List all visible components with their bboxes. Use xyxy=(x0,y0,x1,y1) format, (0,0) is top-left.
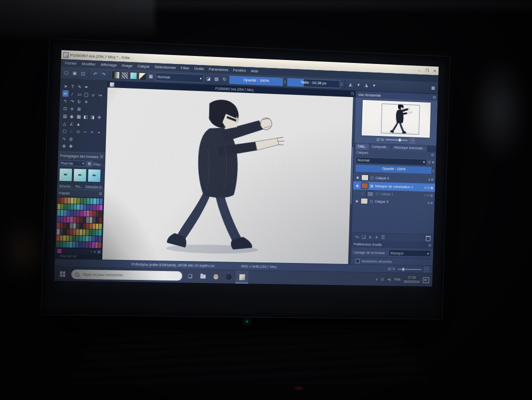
menu-modifier[interactable]: Modifier xyxy=(79,62,98,67)
brush-preset-thumb[interactable]: ✒ xyxy=(59,168,73,182)
taskbar-search[interactable] xyxy=(71,270,182,280)
palette-swatch[interactable] xyxy=(95,242,98,248)
mask-edit-icon[interactable]: ▣ xyxy=(430,194,433,198)
tool-ellipse-select[interactable]: ◌ xyxy=(68,128,74,134)
palette-swatch[interactable] xyxy=(96,217,99,223)
tool-similar-select[interactable]: ≈ xyxy=(89,128,95,135)
palette-swatch[interactable] xyxy=(92,230,95,236)
palette-swatch[interactable] xyxy=(66,242,69,248)
palette-swatch[interactable] xyxy=(60,235,63,241)
duplicate-layer-button[interactable]: ❏ xyxy=(362,234,366,240)
palette-swatch[interactable] xyxy=(79,236,82,242)
tool-multibrush[interactable]: ✳ xyxy=(83,98,89,105)
add-swatch-icon[interactable]: + xyxy=(90,250,92,254)
palette-swatch[interactable] xyxy=(83,210,86,216)
palette-swatch[interactable] xyxy=(90,210,93,216)
palette-swatch[interactable] xyxy=(67,204,70,210)
palette-swatch[interactable] xyxy=(64,204,67,210)
palette-swatch[interactable] xyxy=(92,224,95,230)
palette-folder-icon[interactable]: ▤ xyxy=(97,250,101,254)
tool-freehand-path[interactable]: ↷ xyxy=(69,98,75,104)
tool-contiguous-select[interactable]: ◎ xyxy=(68,135,74,142)
tool-gradient[interactable]: ▤ xyxy=(62,112,68,119)
palette-swatch[interactable] xyxy=(86,223,89,229)
tab-calques[interactable]: Calq... xyxy=(355,144,369,150)
tool-ellipse[interactable]: ◯ xyxy=(83,91,89,98)
palette-swatch[interactable] xyxy=(60,210,63,216)
palette-swatch[interactable] xyxy=(76,236,79,242)
start-button[interactable] xyxy=(55,267,70,280)
palette-swatch[interactable] xyxy=(89,224,92,230)
tool-polygon-select[interactable]: ◇ xyxy=(75,128,81,134)
tool-freehand-brush[interactable]: ✏ xyxy=(62,90,68,96)
palette-swatch[interactable] xyxy=(57,198,60,204)
tool-bezier-select[interactable]: ∿ xyxy=(61,135,67,142)
palette-swatch[interactable] xyxy=(57,216,60,222)
menu-outils[interactable]: Outils xyxy=(192,66,206,71)
delete-layer-button[interactable] xyxy=(426,236,430,241)
palette-swatch[interactable] xyxy=(90,204,93,210)
palette-swatch[interactable] xyxy=(89,236,92,242)
menu-image[interactable]: Image xyxy=(119,63,135,68)
brush-preset-chooser[interactable] xyxy=(130,72,137,79)
size-slider[interactable]: Taille : 10,36 px xyxy=(287,78,340,88)
menu-parametres[interactable]: Paramètres xyxy=(206,67,231,72)
reload-preset-icon[interactable]: ↻ xyxy=(221,76,228,83)
opacity-slider[interactable]: Opacité : 100% xyxy=(229,76,283,86)
palette-swatch[interactable] xyxy=(83,198,86,204)
tool-fill[interactable]: ◧ xyxy=(82,114,88,120)
palette-swatch[interactable] xyxy=(98,236,101,242)
palette-swatch[interactable] xyxy=(80,204,83,210)
palette-swatch[interactable] xyxy=(93,211,96,217)
tool-calligraphy[interactable]: ✒ xyxy=(83,84,89,90)
inherit-alpha-icon[interactable]: α xyxy=(429,178,431,182)
file-explorer-button[interactable] xyxy=(197,270,209,283)
palette-swatch[interactable] xyxy=(93,217,96,223)
palette-swatch[interactable] xyxy=(80,198,83,204)
lock-icon[interactable]: ⊘ xyxy=(431,178,434,182)
inherit-alpha-icon[interactable]: α xyxy=(428,201,430,205)
palette-swatch[interactable] xyxy=(70,198,73,204)
palette-swatch[interactable] xyxy=(67,216,70,222)
network-icon[interactable]: ⊡ xyxy=(381,278,384,282)
overview-thumbnail[interactable] xyxy=(362,100,431,138)
palette-swatch[interactable] xyxy=(83,204,86,210)
palette-swatch[interactable] xyxy=(73,216,76,222)
undo-icon[interactable]: ↶ xyxy=(92,70,99,78)
palette-swatch[interactable] xyxy=(85,236,88,242)
move-layer-up-button[interactable]: ∧ xyxy=(375,234,378,240)
visibility-eye-icon[interactable]: ○ xyxy=(360,192,365,195)
palette-swatch[interactable] xyxy=(63,236,66,242)
palette-swatch[interactable] xyxy=(80,217,83,223)
palette-swatch[interactable] xyxy=(87,198,90,204)
minimize-button[interactable]: – xyxy=(416,66,424,74)
close-button[interactable]: ✕ xyxy=(431,67,439,76)
palette-swatch[interactable] xyxy=(69,229,72,235)
color-chooser[interactable] xyxy=(138,72,146,80)
tray-expand-icon[interactable]: ∧ xyxy=(376,277,378,281)
selected-swatch[interactable] xyxy=(56,248,62,254)
menu-fichier[interactable]: Fichier xyxy=(62,60,79,66)
palette-swatch[interactable] xyxy=(83,223,86,229)
chevron-down-icon[interactable]: ▾ xyxy=(432,160,434,165)
palette-swatch[interactable] xyxy=(93,198,96,204)
preset-filter-select[interactable]: Pixel Ink ▾ xyxy=(59,160,85,167)
tool-assistants[interactable]: △ xyxy=(61,120,67,126)
palette-swatch[interactable] xyxy=(67,210,70,216)
palette-swatch[interactable] xyxy=(63,229,66,235)
palette-swatch[interactable] xyxy=(73,223,76,229)
palette-swatch[interactable] xyxy=(60,229,63,235)
palette-swatch[interactable] xyxy=(79,230,82,236)
palette-swatch[interactable] xyxy=(57,222,60,228)
mirror-horizontal-icon[interactable]: ◭ xyxy=(347,81,354,88)
blend-mode-select[interactable]: Normal ▾ xyxy=(155,72,204,83)
new-document-icon[interactable]: ▢ xyxy=(62,69,69,76)
palette-swatch[interactable] xyxy=(95,230,98,236)
eraser-mode-icon[interactable]: ◪ xyxy=(205,75,212,82)
preset-view-button[interactable]: ▤ xyxy=(86,160,92,166)
tool-rect-select[interactable]: ▢ xyxy=(61,128,67,134)
palette-swatch[interactable] xyxy=(57,204,60,210)
tool-freehand-select[interactable]: ∽ xyxy=(82,128,88,134)
palette-swatch[interactable] xyxy=(89,217,92,223)
brush-preset-thumb[interactable]: ✒ xyxy=(87,168,101,182)
